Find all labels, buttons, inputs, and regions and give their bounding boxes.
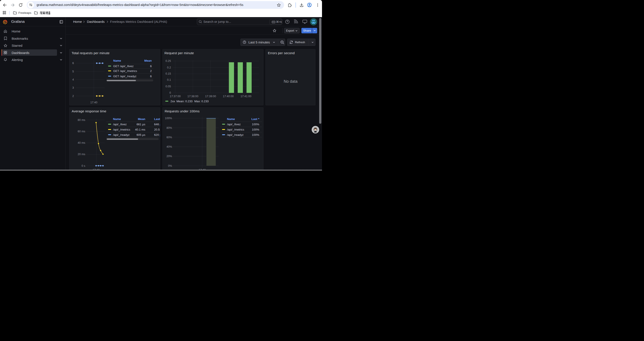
svg-text:80%: 80%	[166, 126, 172, 129]
svg-text:80 ms: 80 ms	[78, 118, 85, 122]
svg-text:0: 0	[170, 91, 171, 94]
svg-text:60%: 60%	[166, 135, 172, 139]
svg-text:0 s: 0 s	[82, 164, 85, 167]
svg-text:17:38:00: 17:38:00	[188, 95, 198, 98]
svg-text:17:41:00: 17:41:00	[240, 95, 252, 98]
svg-text:3: 3	[72, 86, 74, 89]
svg-text:5: 5	[72, 70, 74, 73]
svg-text:0.25: 0.25	[166, 59, 171, 63]
svg-text:40 ms: 40 ms	[78, 141, 85, 144]
svg-text:100%: 100%	[165, 117, 172, 120]
svg-text:2: 2	[72, 94, 74, 97]
svg-text:17:39:00: 17:39:00	[205, 95, 216, 98]
svg-text:0.2: 0.2	[167, 66, 171, 69]
svg-text:0.05: 0.05	[166, 85, 171, 88]
svg-text:20%: 20%	[166, 154, 172, 158]
svg-text:0.1: 0.1	[167, 78, 171, 81]
svg-text:0.15: 0.15	[166, 72, 171, 75]
svg-text:20 ms: 20 ms	[78, 153, 85, 156]
svg-text:17:40: 17:40	[90, 101, 97, 104]
svg-text:17:40:00: 17:40:00	[223, 95, 234, 98]
svg-text:4: 4	[72, 78, 74, 81]
svg-text:6: 6	[72, 62, 74, 65]
svg-text:60 ms: 60 ms	[78, 130, 85, 133]
svg-text:0%: 0%	[168, 164, 172, 167]
svg-text:17:37:00: 17:37:00	[170, 95, 180, 98]
svg-text:40%: 40%	[166, 145, 172, 148]
